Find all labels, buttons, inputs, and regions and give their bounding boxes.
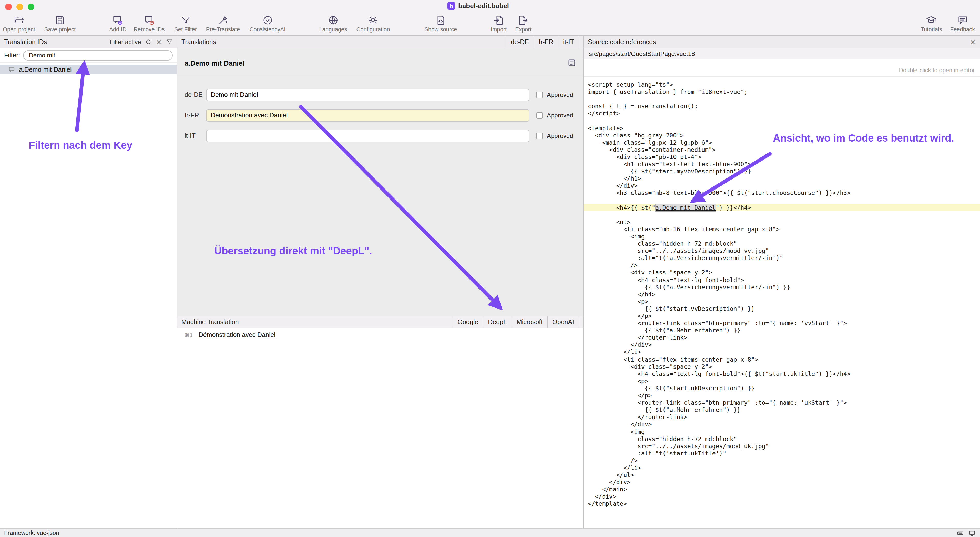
- code-line: class="hidden h-72 md:block": [584, 435, 980, 442]
- window-title-wrap: b babel-edit.babel: [447, 2, 509, 10]
- minimize-window-button[interactable]: [16, 3, 23, 10]
- source-references-title: Source code references: [588, 38, 656, 45]
- code-line: <li class="flex items-center gap-x-8">: [584, 356, 980, 363]
- mt-provider-tab-microsoft[interactable]: Microsoft: [512, 317, 547, 328]
- filter-funnel-icon[interactable]: [166, 38, 173, 45]
- app-logo-icon: b: [447, 2, 455, 10]
- code-line: <script setup lang="ts">: [584, 81, 980, 88]
- toolbar-consistency-ai-button[interactable]: ConsistencyAI: [250, 15, 286, 32]
- translation-ids-title: Translation IDs: [4, 38, 47, 45]
- clear-filter-icon[interactable]: ×: [156, 38, 162, 45]
- close-window-button[interactable]: [5, 3, 12, 10]
- lang-tab-de-DE[interactable]: de-DE: [506, 36, 534, 48]
- show-source-icon: [435, 15, 447, 25]
- annotation-deepl-note: Übersetzung direkt mit "DeepL".: [214, 245, 372, 257]
- filter-active-cluster: Filter active ×: [110, 38, 173, 45]
- translation-row-de-DE: de-DEApproved: [177, 89, 583, 101]
- tutorials-icon: [926, 15, 937, 25]
- zoom-window-button[interactable]: [28, 3, 34, 10]
- code-line: <h4 class="text-lg font-bold">: [584, 276, 980, 284]
- mt-shortcut-badge: ⌘1: [185, 332, 193, 338]
- annotation-source-note: Ansicht, wo im Code es benutzt wird.: [773, 132, 954, 144]
- toolbar-label: Pre-Translate: [206, 26, 240, 32]
- toolbar-pre-translate-button[interactable]: Pre-Translate: [206, 15, 240, 32]
- code-line: <img: [584, 428, 980, 435]
- filter-input[interactable]: [23, 50, 173, 60]
- approved-checkbox-de-DE[interactable]: [536, 92, 543, 98]
- translation-input-de-DE[interactable]: [206, 89, 530, 101]
- comment-icon[interactable]: [567, 59, 576, 67]
- toolbar-label: ConsistencyAI: [250, 26, 286, 32]
- toolbar-feedback-button[interactable]: Feedback: [950, 15, 975, 32]
- code-line: <h1 class="text-left text-blue-900">: [584, 161, 980, 168]
- toolbar-save-project-button[interactable]: Save project: [45, 15, 76, 32]
- code-line: </router-link>: [584, 334, 980, 341]
- approved-checkbox-it-IT[interactable]: [536, 132, 543, 139]
- refresh-filter-icon[interactable]: [145, 38, 152, 45]
- display-status-icon[interactable]: [968, 529, 976, 536]
- highlighted-key-token[interactable]: a.Demo mit Daniel: [655, 204, 716, 211]
- tree-item-label: a.Demo mit Daniel: [19, 66, 72, 73]
- code-line: <div class="space-y-2">: [584, 269, 980, 276]
- code-line: </main>: [584, 486, 980, 493]
- code-line: [584, 211, 980, 218]
- toolbar-label: Open project: [3, 26, 35, 32]
- toolbar-label: Set Filter: [174, 26, 197, 32]
- source-file-reference[interactable]: src/pages/start/GuestStartPage.vue:18: [584, 48, 980, 59]
- mt-result-row[interactable]: ⌘1 Démonstration avec Daniel: [185, 331, 275, 338]
- pre-translate-icon: [217, 15, 229, 25]
- toolbar-open-project-button[interactable]: Open project: [3, 15, 35, 32]
- filter-row: Filter:: [0, 48, 177, 62]
- code-line: :alt="t('start.ukTitle')": [584, 450, 980, 457]
- lang-tab-it-IT[interactable]: it-IT: [558, 36, 579, 48]
- translation-ids-header: Translation IDs Filter active ×: [0, 36, 177, 48]
- translations-title: Translations: [181, 38, 216, 45]
- close-panel-icon[interactable]: ×: [970, 38, 976, 45]
- toolbar-label: Configuration: [356, 26, 390, 32]
- mt-result-text: Démonstration avec Daniel: [199, 331, 275, 338]
- toolbar-set-filter-button[interactable]: Set Filter: [174, 15, 197, 32]
- code-line: <p>: [584, 298, 980, 305]
- toolbar-remove-ids-button[interactable]: Remove IDs: [134, 15, 164, 32]
- code-line: import { useTranslation } from "i18next-…: [584, 88, 980, 96]
- translation-editor-area: a.Demo mit Daniel de-DEApprovedfr-FRAppr…: [177, 48, 583, 316]
- toolbar-export-button[interactable]: Export: [515, 15, 531, 32]
- approved-checkbox-fr-FR[interactable]: [536, 112, 543, 119]
- code-area[interactable]: <script setup lang="ts">import { useTran…: [584, 77, 980, 528]
- toolbar-label: Export: [515, 26, 531, 32]
- code-line: [584, 96, 980, 103]
- translation-input-it-IT[interactable]: [206, 130, 530, 142]
- code-line: <div class="space-y-2">: [584, 363, 980, 370]
- translation-input-fr-FR[interactable]: [206, 109, 530, 121]
- code-line: <h4 class="text-lg font-bold">{{ $t("sta…: [584, 370, 980, 378]
- mt-provider-tab-openai[interactable]: OpenAI: [547, 317, 579, 328]
- message-bubble-icon: [8, 66, 15, 73]
- toolbar-import-button[interactable]: Import: [491, 15, 507, 32]
- mt-provider-tab-google[interactable]: Google: [453, 317, 483, 328]
- toolbar-show-source-button[interactable]: Show source: [425, 15, 457, 32]
- tree-item[interactable]: a.Demo mit Daniel: [0, 65, 177, 74]
- code-line: </li>: [584, 464, 980, 471]
- add-id-icon: [112, 15, 124, 25]
- code-line: </h1>: [584, 175, 980, 182]
- mt-provider-tab-deepl[interactable]: DeepL: [483, 317, 512, 328]
- toolbar-add-id-button[interactable]: Add ID: [109, 15, 126, 32]
- set-filter-icon: [180, 15, 191, 25]
- keyboard-status-icon[interactable]: [956, 529, 964, 536]
- toolbar-label: Remove IDs: [134, 26, 164, 32]
- lang-tab-fr-FR[interactable]: fr-FR: [534, 36, 558, 48]
- toolbar-languages-button[interactable]: Languages: [319, 15, 347, 32]
- annotation-filter-note: Filtern nach dem Key: [29, 140, 132, 151]
- code-line: <template>: [584, 124, 980, 132]
- open-project-icon: [13, 15, 25, 25]
- toolbar-label: Save project: [45, 26, 76, 32]
- translation-row-it-IT: it-ITApproved: [177, 130, 583, 142]
- toolbar-configuration-button[interactable]: Configuration: [356, 15, 390, 32]
- code-line: class="hidden h-72 md:block": [584, 240, 980, 247]
- translation-key-title: a.Demo mit Daniel: [185, 59, 245, 67]
- feedback-icon: [957, 15, 969, 25]
- code-line: src="../../assets/images/mood_uk.jpg": [584, 442, 980, 449]
- toolbar-tutorials-button[interactable]: Tutorials: [921, 15, 942, 32]
- code-line: <img: [584, 233, 980, 240]
- code-line: </p>: [584, 312, 980, 320]
